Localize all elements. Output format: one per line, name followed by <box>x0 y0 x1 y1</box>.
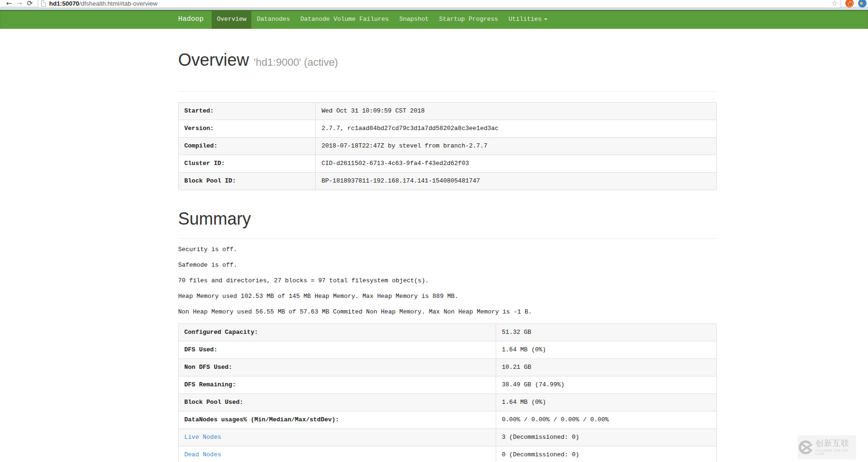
nav-item: Datanode Volume Failures <box>295 10 394 29</box>
table-row: DFS Remaining: 38.49 GB (74.99%) <box>179 376 717 394</box>
summary-line: Security is off. <box>178 245 717 254</box>
row-value: CID-d2611502-6713-4c63-9fa4-f43ed2d62f03 <box>316 155 717 173</box>
row-label: DFS Remaining: <box>179 376 496 394</box>
table-row: Live Nodes 3 (Decommissioned: 0) <box>179 429 717 446</box>
row-value: Wed Oct 31 10:09:59 CST 2018 <box>316 103 717 120</box>
divider <box>178 91 717 92</box>
watermark-en: CHUANG XIN HU LIAN <box>816 449 856 455</box>
summary-line: 70 files and directories, 27 blocks = 97… <box>178 277 717 285</box>
watermark-badge: 创新互联 CHUANG XIN HU LIAN <box>798 435 856 460</box>
browser-toolbar: ← → ⟳ hd1:50070/dfshealth.html#tab-overv… <box>0 0 868 10</box>
table-row: Cluster ID: CID-d2611502-6713-4c63-9fa4-… <box>179 155 717 173</box>
row-label: Block Pool Used: <box>179 394 496 411</box>
summary-title: Summary <box>178 209 717 229</box>
row-label: Compiled: <box>179 138 316 155</box>
nav-label: Datanode Volume Failures <box>301 16 389 23</box>
row-label: Cluster ID: <box>179 155 316 173</box>
back-icon[interactable]: ← <box>4 0 14 8</box>
nav-label: Utilities <box>508 16 541 23</box>
table-row: DataNodes usages% (Min/Median/Max/stdDev… <box>179 411 717 429</box>
row-label: Started: <box>179 103 316 120</box>
cx-logo-icon <box>798 439 813 455</box>
nav-item: Startup Progress <box>434 10 503 29</box>
extension-icon-orange[interactable] <box>845 0 854 8</box>
nav-link[interactable]: Overview <box>212 10 251 29</box>
bookmark-star-icon[interactable]: ☆ <box>832 0 838 8</box>
summary-paragraphs: Security is off. Safemode is off. 70 fil… <box>178 245 717 316</box>
watermark-text: 创新互联 CHUANG XIN HU LIAN <box>816 439 856 455</box>
row-label[interactable]: Dead Nodes <box>179 446 496 462</box>
row-value: 10.21 GB <box>496 359 717 376</box>
row-label: Version: <box>179 120 316 138</box>
nav-link[interactable]: Utilities <box>503 10 553 29</box>
nav-item: Overview <box>212 10 251 29</box>
nav-item: Snapshot <box>394 10 434 29</box>
url-text[interactable]: hd1:50070/dfshealth.html#tab-overview <box>49 0 157 7</box>
forward-icon[interactable]: → <box>14 0 25 8</box>
nav-link[interactable]: Snapshot <box>394 10 434 29</box>
row-value: 2018-07-18T22:47Z by stevel from branch-… <box>316 138 717 155</box>
row-label[interactable]: Live Nodes <box>179 429 496 446</box>
table-row: Configured Capacity: 51.32 GB <box>179 324 717 341</box>
nav-label: Datanodes <box>257 16 290 23</box>
nav-label: Snapshot <box>399 16 429 23</box>
table-row: Dead Nodes 0 (Decommissioned: 0) <box>179 446 717 462</box>
table-row: Block Pool ID: BP-1818937811-192.168.174… <box>179 173 717 190</box>
page-document-icon <box>41 0 46 7</box>
summary-line: Non Heap Memory used 56.55 MB of 57.63 M… <box>178 308 717 316</box>
nav-item: Utilities <box>503 10 553 29</box>
url-domain: hd1:50070 <box>49 0 79 7</box>
cluster-info-table: Started: Wed Oct 31 10:09:59 CST 2018 Ve… <box>178 102 717 190</box>
table-row: Block Pool Used: 1.64 MB (0%) <box>179 394 717 411</box>
nav-item: Datanodes <box>251 10 295 29</box>
row-label: Configured Capacity: <box>179 324 496 341</box>
divider <box>178 238 717 239</box>
row-label: DFS Used: <box>179 341 496 359</box>
table-row: DFS Used: 1.64 MB (0%) <box>179 341 717 359</box>
row-label: Non DFS Used: <box>179 359 496 376</box>
main-content: Overview 'hd1:9000' (active) Started: We… <box>178 50 717 462</box>
nav-link[interactable]: Datanodes <box>251 10 295 29</box>
row-value: 38.49 GB (74.99%) <box>496 376 717 394</box>
nav-link[interactable]: Startup Progress <box>434 10 503 29</box>
brand-hadoop[interactable]: Hadoop <box>178 10 204 29</box>
table-row: Version: 2.7.7, rc1aad84bd27cd79c3d1a7dd… <box>179 120 717 138</box>
row-value: 51.32 GB <box>496 324 717 341</box>
nav-link[interactable]: Datanode Volume Failures <box>295 10 394 29</box>
summary-line: Heap Memory used 102.53 MB of 145 MB Hea… <box>178 292 717 301</box>
table-row: Non DFS Used: 10.21 GB <box>179 359 717 376</box>
navbar: Hadoop Overview Datanodes Datanode Volum… <box>0 10 868 29</box>
nav-label: Overview <box>217 16 246 23</box>
url-path: /dfshealth.html#tab-overview <box>79 0 157 7</box>
chevron-down-icon <box>544 18 548 20</box>
row-value: 1.64 MB (0%) <box>496 394 717 411</box>
row-value: 0.00% / 0.00% / 0.00% / 0.00% <box>496 411 717 429</box>
nav-label: Startup Progress <box>439 16 498 23</box>
row-value: 1.64 MB (0%) <box>496 341 717 359</box>
reload-icon[interactable]: ⟳ <box>25 0 35 8</box>
nav-items: Overview Datanodes Datanode Volume Failu… <box>212 10 553 29</box>
table-row: Compiled: 2018-07-18T22:47Z by stevel fr… <box>179 138 717 155</box>
extension-icon-clipped[interactable] <box>858 0 867 8</box>
row-value: BP-1818937811-192.168.174.141-1540805481… <box>316 173 717 190</box>
table-row: Started: Wed Oct 31 10:09:59 CST 2018 <box>179 103 717 120</box>
row-value: 3 (Decommissioned: 0) <box>496 429 717 446</box>
url-bar[interactable]: hd1:50070/dfshealth.html#tab-overview ☆ <box>38 0 841 8</box>
watermark-cn: 创新互联 <box>816 439 856 448</box>
row-label: DataNodes usages% (Min/Median/Max/stdDev… <box>179 411 496 429</box>
summary-line: Safemode is off. <box>178 261 717 270</box>
summary-table: Configured Capacity: 51.32 GB DFS Used: … <box>178 323 717 462</box>
row-label: Block Pool ID: <box>179 173 316 190</box>
row-value: 0 (Decommissioned: 0) <box>496 446 717 462</box>
row-value: 2.7.7, rc1aad84bd27cd79c3d1a7dd58202a8c3… <box>316 120 717 138</box>
page-title: Overview 'hd1:9000' (active) <box>178 50 717 72</box>
namenode-address: 'hd1:9000' (active) <box>254 56 338 68</box>
